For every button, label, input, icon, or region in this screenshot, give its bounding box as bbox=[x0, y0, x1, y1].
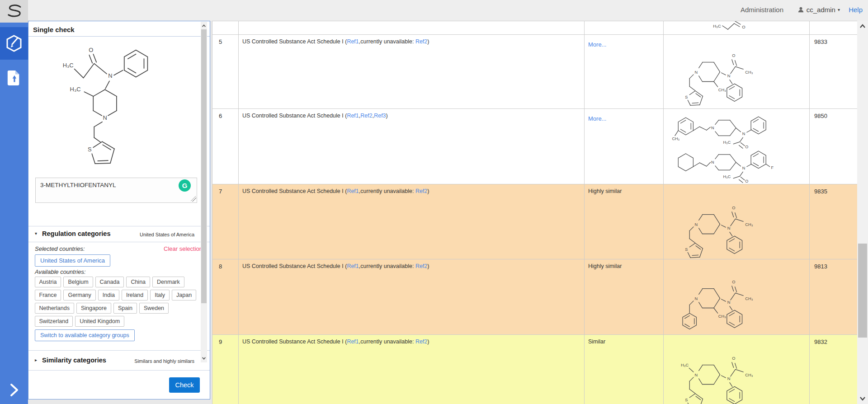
scroll-up-icon[interactable] bbox=[201, 23, 207, 29]
panel-title: Single check bbox=[33, 26, 75, 33]
country-button[interactable]: Spain bbox=[113, 303, 137, 314]
row-number: 8 bbox=[219, 263, 222, 270]
table-row: 5 US Controlled Substance Act Schedule I… bbox=[212, 35, 857, 109]
main-scrollbar[interactable] bbox=[857, 21, 868, 404]
scroll-down-icon[interactable] bbox=[857, 394, 868, 403]
country-button[interactable]: India bbox=[98, 290, 119, 301]
check-button[interactable]: Check bbox=[169, 377, 200, 393]
cell-structure bbox=[664, 259, 810, 334]
structure-fragment-image: H₃C O bbox=[711, 21, 760, 33]
country-button[interactable]: Italy bbox=[150, 290, 170, 301]
ref-link[interactable]: Ref1 bbox=[347, 188, 359, 194]
country-button[interactable]: Switzerland bbox=[35, 316, 73, 327]
more-link[interactable]: More... bbox=[588, 115, 606, 122]
table-row-partial: H₃C O bbox=[212, 21, 857, 35]
ref-link[interactable]: Ref1 bbox=[347, 113, 359, 119]
svg-text:N: N bbox=[108, 72, 112, 79]
divider bbox=[28, 226, 210, 226]
administration-link[interactable]: Administration bbox=[741, 6, 783, 14]
cell-category: US Controlled Substance Act Schedule I (… bbox=[239, 109, 585, 184]
panel-scrollbar[interactable] bbox=[201, 22, 207, 362]
ref-link[interactable]: Ref2 bbox=[415, 38, 427, 45]
svg-text:H₃C: H₃C bbox=[63, 62, 74, 69]
sidebar-item-single-check[interactable] bbox=[0, 27, 28, 60]
cell-category: US Controlled Substance Act Schedule I (… bbox=[239, 184, 585, 259]
sidebar-expand-button[interactable] bbox=[0, 380, 28, 400]
cell-structure: H₃C bbox=[664, 335, 810, 404]
sidebar-item-batch-check[interactable] bbox=[0, 61, 28, 94]
svg-text:O: O bbox=[89, 47, 93, 53]
regulation-categories-header[interactable]: ▾ Regulation categories United States of… bbox=[28, 227, 201, 241]
country-button[interactable]: Japan bbox=[172, 290, 196, 301]
cell-number: 6 bbox=[212, 109, 239, 184]
cell-structure: CH₃ F bbox=[664, 109, 810, 184]
cell-similarity bbox=[585, 21, 664, 34]
ref-link[interactable]: Ref1 bbox=[347, 338, 359, 345]
country-button[interactable]: Ireland bbox=[122, 290, 148, 301]
country-button[interactable]: Singapore bbox=[76, 303, 111, 314]
structure-image: H₃C bbox=[677, 340, 781, 404]
cell-structure bbox=[664, 35, 810, 108]
chemaxon-logo-icon bbox=[5, 3, 24, 20]
structure-image bbox=[677, 264, 781, 334]
svg-text:H₃C: H₃C bbox=[70, 86, 81, 93]
svg-text:H₃C: H₃C bbox=[713, 23, 721, 28]
ref-link[interactable]: Ref3 bbox=[374, 113, 386, 119]
selected-country-chip[interactable]: United States of America bbox=[35, 254, 110, 267]
results-table: H₃C O 5 US Controlled Substance Act Sche… bbox=[212, 21, 857, 404]
similarity-categories-header[interactable]: ▸ Similarity categories Similars and hig… bbox=[28, 354, 201, 367]
resize-handle[interactable] bbox=[191, 196, 196, 202]
divider bbox=[28, 350, 210, 351]
cell-structure: H₃C O bbox=[664, 21, 810, 34]
switch-category-groups-button[interactable]: Switch to available category groups bbox=[35, 329, 135, 341]
cell-id: 9833 bbox=[810, 35, 857, 108]
structure-name-input[interactable]: 3-METHYLTHIOFENTANYL bbox=[35, 178, 197, 203]
row-number: 6 bbox=[219, 113, 222, 119]
country-button[interactable]: China bbox=[126, 277, 150, 287]
country-button[interactable]: Canada bbox=[95, 277, 124, 287]
more-link[interactable]: More... bbox=[588, 41, 606, 48]
scrollbar-thumb[interactable] bbox=[858, 244, 867, 338]
username-label: cc_admin bbox=[807, 6, 835, 14]
ref-link[interactable]: Ref2 bbox=[415, 263, 427, 269]
ref-link[interactable]: Ref2 bbox=[415, 188, 427, 194]
country-button[interactable]: Belgium bbox=[63, 277, 93, 287]
svg-text:S: S bbox=[88, 146, 92, 153]
ref-link[interactable]: Ref1 bbox=[347, 38, 359, 45]
cell-number: 5 bbox=[212, 35, 239, 108]
structure-id: 9813 bbox=[814, 263, 827, 270]
single-check-panel: Single check O H₃C N N H₃C bbox=[28, 21, 210, 399]
country-button[interactable]: United Kingdom bbox=[75, 316, 124, 327]
available-countries-list: AustriaBelgiumCanadaChinaDenmarkFranceGe… bbox=[33, 275, 198, 328]
country-button[interactable]: Sweden bbox=[139, 303, 169, 314]
ref-link[interactable]: Ref1 bbox=[347, 263, 359, 269]
scroll-down-icon[interactable] bbox=[201, 355, 207, 362]
app-root: Administration cc_admin ▾ Help bbox=[0, 0, 868, 404]
divider bbox=[28, 370, 210, 371]
structure-id: 9833 bbox=[814, 38, 827, 45]
cell-similarity: Similar bbox=[585, 335, 664, 404]
ref-link[interactable]: Ref2 bbox=[415, 338, 427, 345]
ref-link[interactable]: Ref2 bbox=[360, 113, 372, 119]
single-check-icon bbox=[5, 34, 23, 52]
scrollbar-thumb[interactable] bbox=[201, 29, 207, 303]
help-link[interactable]: Help bbox=[849, 6, 863, 14]
caret-down-icon: ▾ bbox=[838, 7, 840, 12]
structure-id: 9832 bbox=[814, 338, 827, 345]
country-button[interactable]: Austria bbox=[35, 277, 61, 287]
country-button[interactable]: Germany bbox=[63, 290, 95, 301]
similarity-label: Highly similar bbox=[588, 188, 622, 194]
query-structure-image: O H₃C N N H₃C bbox=[44, 38, 179, 169]
user-menu[interactable]: cc_admin ▾ bbox=[797, 6, 840, 14]
table-row-similar: 9 US Controlled Substance Act Schedule I… bbox=[212, 335, 857, 404]
clear-selection-link[interactable]: Clear selection bbox=[164, 245, 203, 252]
row-number: 5 bbox=[219, 38, 222, 45]
grammarly-icon[interactable]: G bbox=[179, 179, 191, 192]
cell-number: 8 bbox=[212, 259, 239, 334]
triangle-right-icon: ▸ bbox=[35, 357, 37, 362]
country-button[interactable]: Denmark bbox=[152, 277, 184, 287]
country-button[interactable]: France bbox=[35, 290, 61, 301]
country-button[interactable]: Netherlands bbox=[35, 303, 74, 314]
scroll-up-icon[interactable] bbox=[857, 22, 868, 31]
cell-id bbox=[810, 21, 857, 34]
